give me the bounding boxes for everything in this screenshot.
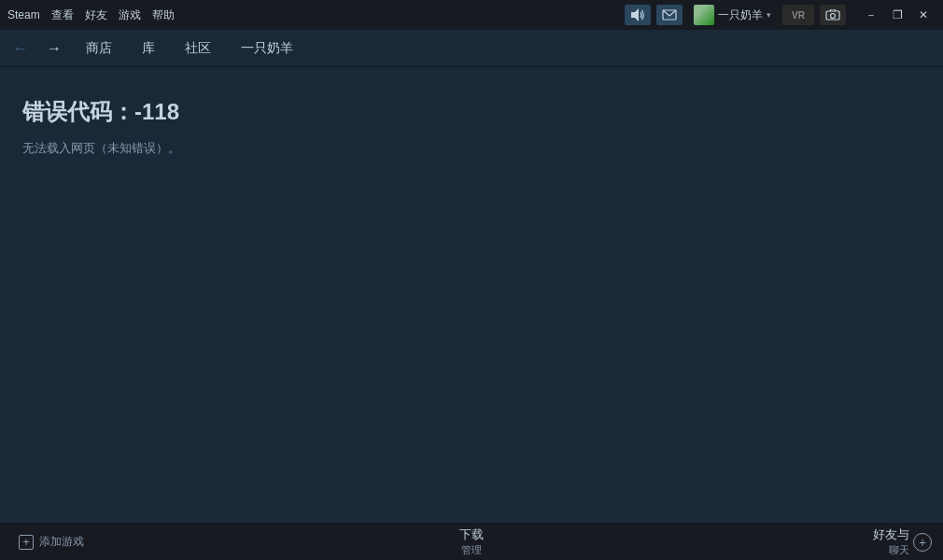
menu-games[interactable]: 游戏: [119, 7, 141, 23]
menu-help[interactable]: 帮助: [152, 7, 175, 23]
screenshot-button[interactable]: [820, 5, 846, 25]
nav-store[interactable]: 商店: [78, 36, 120, 61]
back-button[interactable]: ←: [11, 40, 30, 57]
friends-title: 好友与: [873, 526, 909, 543]
nav-library[interactable]: 库: [134, 36, 162, 61]
add-game-button[interactable]: + 添加游戏: [11, 530, 91, 553]
chevron-down-icon: ▾: [767, 10, 771, 20]
svg-point-3: [831, 14, 836, 19]
window-controls: － ❐ ✕: [859, 7, 936, 23]
avatar-image: [694, 5, 714, 25]
mail-button[interactable]: [656, 5, 683, 25]
avatar: [694, 5, 714, 25]
minimize-button[interactable]: －: [859, 7, 883, 23]
error-title: 错误代码：-118: [22, 97, 921, 127]
nav-community[interactable]: 社区: [177, 36, 218, 61]
download-title: 下载: [459, 526, 484, 543]
title-bar-right: 一只奶羊 ▾ VR － ❐ ✕: [625, 3, 936, 27]
chat-title: 聊天: [889, 543, 909, 557]
error-desc: 无法载入网页（未知错误）。: [22, 140, 921, 157]
forward-button[interactable]: →: [45, 40, 63, 57]
friends-chat-button[interactable]: 好友与 聊天 +: [873, 526, 932, 557]
download-sub: 管理: [461, 543, 482, 557]
close-button[interactable]: ✕: [911, 7, 936, 23]
main-content: 错误代码：-118 无法载入网页（未知错误）。: [0, 67, 943, 523]
menu-steam[interactable]: Steam: [7, 8, 40, 21]
user-name: 一只奶羊: [718, 7, 763, 23]
menu-view[interactable]: 查看: [51, 7, 74, 23]
speaker-icon: [629, 7, 646, 23]
mail-icon: [662, 9, 677, 21]
speaker-button[interactable]: [625, 5, 651, 25]
menu-friends[interactable]: 好友: [85, 7, 107, 23]
title-bar: Steam 查看 好友 游戏 帮助 一只奶羊 ▾: [0, 0, 943, 30]
restore-button[interactable]: ❐: [885, 7, 909, 23]
nav-bar: ← → 商店 库 社区 一只奶羊: [0, 30, 943, 67]
title-bar-left: Steam 查看 好友 游戏 帮助: [7, 7, 625, 23]
add-game-label: 添加游戏: [39, 534, 84, 550]
user-area[interactable]: 一只奶羊 ▾: [688, 3, 777, 27]
svg-marker-0: [631, 8, 639, 21]
screenshot-icon: [825, 9, 840, 21]
nav-user[interactable]: 一只奶羊: [233, 36, 301, 61]
download-center-button[interactable]: 下载 管理: [459, 526, 484, 557]
vr-button[interactable]: VR: [782, 5, 814, 25]
friends-plus-icon: +: [913, 533, 932, 552]
add-icon: +: [19, 535, 34, 550]
bottom-bar: + 添加游戏 下载 管理 好友与 聊天 +: [0, 523, 943, 560]
friends-chat-labels: 好友与 聊天: [873, 526, 909, 557]
